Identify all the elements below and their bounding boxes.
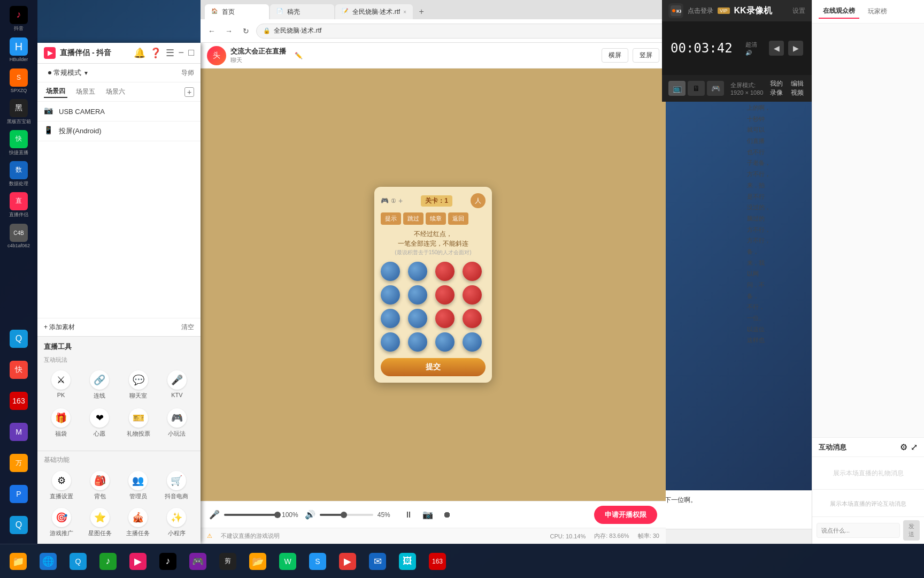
scene-tab-5[interactable]: 场景五 (74, 86, 97, 97)
sidebar-icon-tiktok[interactable]: ♪ 抖音 (4, 4, 33, 33)
dot-r0c1[interactable] (408, 262, 427, 281)
kk-tab-window[interactable]: 🖥 (688, 81, 705, 96)
skip-button[interactable]: 跳过 (403, 212, 424, 225)
kk-tab-game[interactable]: 🎮 (707, 81, 724, 96)
sidebar-icon-c4b1[interactable]: C4B c4b1af062 (4, 222, 33, 250)
sidebar-icon-kuaimu[interactable]: 快 (4, 355, 33, 384)
sidebar-icon-hbuilder[interactable]: H HBuilder (4, 35, 33, 64)
dot-r1c3[interactable] (463, 285, 482, 305)
hint-button[interactable]: 提示 (381, 212, 401, 225)
tool-wish[interactable]: ❤ 心愿 (82, 406, 117, 440)
sidebar-icon-qq2[interactable]: Q (4, 511, 33, 539)
sidebar-icon-wanri[interactable]: 万 (4, 448, 33, 477)
new-tab-button[interactable]: + (414, 4, 429, 19)
tool-manager[interactable]: 👥 管理员 (121, 469, 156, 503)
tool-connect[interactable]: 🔗 连线 (82, 368, 117, 402)
nav-refresh[interactable]: ↻ (239, 24, 253, 38)
return-button[interactable]: 返回 (448, 212, 468, 225)
dot-r3c2[interactable] (435, 332, 455, 352)
sidebar-icon-mirc[interactable]: M (4, 417, 33, 446)
sidebar-icon-photo[interactable]: P (4, 480, 33, 508)
kk-volume-up[interactable]: ▶ (788, 41, 803, 56)
tool-live-settings[interactable]: ⚙ 直播设置 (44, 469, 79, 503)
tab-viewers[interactable]: 在线观众榜 (819, 4, 859, 19)
clear-button[interactable]: 清空 (181, 323, 194, 332)
tab-gaoke[interactable]: 📄 稿壳 (270, 4, 334, 19)
taskbar-tiktok[interactable]: ♪ (154, 547, 182, 575)
add-scene-button[interactable]: + (184, 87, 194, 97)
tool-backpack[interactable]: 🎒 背包 (82, 469, 118, 503)
dot-r2c0[interactable] (381, 309, 400, 328)
record-button[interactable]: ⏺ (440, 507, 455, 522)
taskbar-qqvideo[interactable]: ▶ (124, 547, 152, 575)
tool-mini-game[interactable]: 🎮 小玩法 (160, 406, 194, 440)
tool-star-task[interactable]: ⭐ 星图任务 (82, 506, 118, 539)
kk-edit-recordings-link[interactable]: 编辑视频 (791, 79, 805, 97)
taskbar-app2[interactable]: S (304, 547, 332, 575)
tab-players[interactable]: 玩家榜 (864, 5, 891, 18)
taskbar-qqmusic[interactable]: ♪ (94, 547, 122, 575)
source-usb-camera[interactable]: 📷 USB CAMERA (37, 102, 201, 121)
dot-r0c0[interactable] (381, 262, 400, 281)
sidebar-icon-kuai[interactable]: 快 快捷直播 (4, 128, 33, 157)
mic-icon[interactable]: 🎤 (209, 509, 220, 520)
dot-r1c2[interactable] (435, 285, 455, 305)
kk-tab-screen[interactable]: 📺 (668, 81, 686, 96)
sidebar-icon-163[interactable]: 163 (4, 386, 33, 415)
dot-r1c1[interactable] (408, 285, 427, 305)
sidebar-icon-qq[interactable]: Q (4, 324, 33, 353)
taskbar-image[interactable]: 🖼 (394, 547, 421, 575)
camera-button[interactable]: 📷 (420, 507, 435, 522)
dot-r2c1[interactable] (408, 309, 427, 328)
edit-title-icon[interactable]: ✏️ (295, 52, 303, 59)
interactive-settings-icon[interactable]: ⚙ (900, 442, 907, 452)
tab-home[interactable]: 🏠 首页 (205, 4, 269, 19)
tool-lucky-bag[interactable]: 🎁 福袋 (44, 406, 78, 440)
tool-game-promo[interactable]: 🎯 游戏推广 (44, 506, 79, 539)
dot-r0c3[interactable] (463, 262, 482, 281)
sidebar-icon-zhibo[interactable]: 直 直播伴侣 (4, 191, 33, 219)
scene-tab-6[interactable]: 场景六 (104, 86, 127, 97)
apply-broadcast-button[interactable]: 申请开播权限 (594, 506, 657, 524)
taskbar-file-manager[interactable]: 📁 (4, 547, 32, 575)
scene-tab-4[interactable]: 场景四 (44, 86, 67, 98)
taskbar-capcut[interactable]: 剪 (214, 547, 242, 575)
header-maximize[interactable]: □ (188, 47, 194, 59)
taskbar-email[interactable]: ✉ (364, 547, 391, 575)
dot-r3c3[interactable] (463, 332, 482, 352)
tool-mini-program[interactable]: ✨ 小程序 (159, 506, 194, 539)
header-question[interactable]: ❓ (150, 47, 161, 59)
tool-ecommerce[interactable]: 🛒 抖音电商 (159, 469, 194, 503)
source-android-screen[interactable]: 📱 投屏(Android) (37, 121, 201, 141)
speaker-icon[interactable]: 🔊 (305, 509, 315, 520)
dot-r2c3[interactable] (463, 309, 482, 328)
dot-r3c0[interactable] (381, 332, 400, 352)
header-minimize[interactable]: − (179, 47, 184, 59)
nav-forward[interactable]: → (222, 24, 236, 38)
taskbar-qq-browser[interactable]: Q (64, 547, 92, 575)
pause-button[interactable]: ⏸ (401, 507, 416, 522)
tool-ktv[interactable]: 🎤 KTV (160, 368, 194, 402)
nav-back[interactable]: ← (205, 24, 219, 38)
dot-r1c0[interactable] (381, 285, 400, 305)
taskbar-netease[interactable]: 163 (424, 547, 451, 575)
tab-doc[interactable]: 📝 全民烧脑·述术.rtf × (335, 4, 413, 19)
tool-pk[interactable]: ⚔ PK (44, 368, 78, 402)
sidebar-icon-shujv[interactable]: 数 数据处理 (4, 159, 33, 188)
dot-r2c2[interactable] (435, 309, 455, 328)
kk-my-recordings-link[interactable]: 我的录像 (770, 79, 784, 97)
chat-input-field[interactable] (817, 523, 900, 538)
tool-chat-room[interactable]: 💬 聊天室 (121, 368, 156, 402)
puzzle-add-btn[interactable]: + (398, 196, 403, 205)
puzzle-submit-button[interactable]: 提交 (381, 358, 486, 376)
taskbar-game[interactable]: 🎮 (184, 547, 212, 575)
taskbar-browser[interactable]: 🌐 (34, 547, 62, 575)
landscape-mode-button[interactable]: 横屏 (602, 48, 628, 63)
kk-settings-link[interactable]: 设置 (792, 6, 805, 16)
kk-login-text[interactable]: 点击登录 (688, 6, 713, 16)
tab-doc-close[interactable]: × (403, 9, 406, 15)
dot-r3c1[interactable] (408, 332, 427, 352)
taskbar-wechat[interactable]: W (274, 547, 302, 575)
header-menu[interactable]: ☰ (166, 47, 174, 59)
add-source-button[interactable]: + 添加素材 (44, 323, 75, 332)
